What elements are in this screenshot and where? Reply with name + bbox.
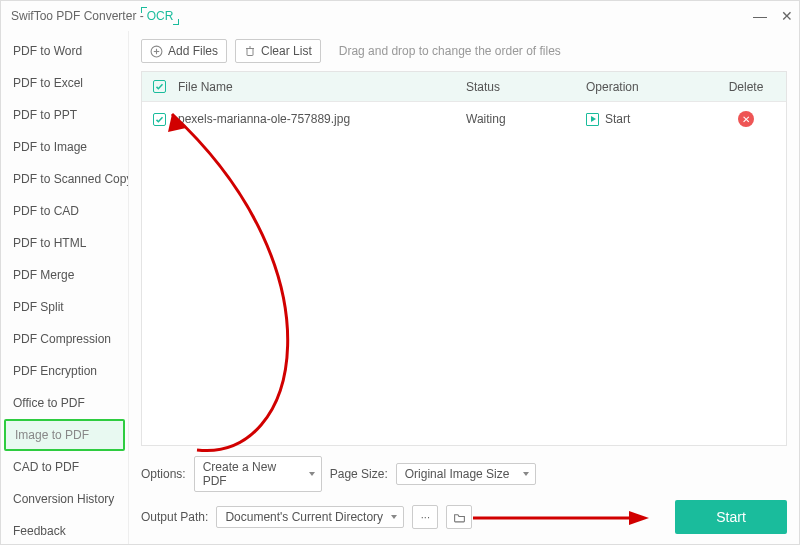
open-folder-button[interactable] — [446, 505, 472, 529]
more-button[interactable]: ··· — [412, 505, 438, 529]
annotation-arrow-straight — [471, 508, 651, 528]
trash-icon — [244, 45, 256, 57]
sidebar-item-office-to-pdf[interactable]: Office to PDF — [1, 387, 128, 419]
file-checkbox[interactable] — [153, 113, 166, 126]
file-start-button[interactable]: Start — [586, 112, 706, 126]
main-panel: Add Files Clear List Drag and drop to ch… — [129, 31, 799, 544]
create-pdf-select[interactable]: Create a New PDF — [194, 456, 322, 492]
sidebar-item-pdf-merge[interactable]: PDF Merge — [1, 259, 128, 291]
file-status: Waiting — [466, 112, 586, 126]
sidebar-item-pdf-to-word[interactable]: PDF to Word — [1, 35, 128, 67]
drag-hint: Drag and drop to change the order of fil… — [339, 44, 561, 58]
file-list: File Name Status Operation Delete pexels… — [141, 71, 787, 446]
file-row[interactable]: pexels-marianna-ole-757889.jpgWaitingSta… — [142, 102, 786, 136]
sidebar-item-pdf-to-excel[interactable]: PDF to Excel — [1, 67, 128, 99]
sidebar-item-conversion-history[interactable]: Conversion History — [1, 483, 128, 515]
file-delete-button[interactable]: ✕ — [738, 111, 754, 127]
options-label: Options: — [141, 467, 186, 481]
sidebar: PDF to WordPDF to ExcelPDF to PPTPDF to … — [1, 31, 129, 544]
sidebar-item-feedback[interactable]: Feedback — [1, 515, 128, 544]
output-row: Output Path: Document's Current Director… — [141, 500, 787, 534]
window-controls: — ✕ — [753, 1, 793, 31]
start-button[interactable]: Start — [675, 500, 787, 534]
file-op-label: Start — [605, 112, 630, 126]
sidebar-item-cad-to-pdf[interactable]: CAD to PDF — [1, 451, 128, 483]
plus-circle-icon — [150, 45, 163, 58]
body: PDF to WordPDF to ExcelPDF to PPTPDF to … — [1, 31, 799, 544]
column-delete: Delete — [706, 80, 786, 94]
sidebar-item-pdf-encryption[interactable]: PDF Encryption — [1, 355, 128, 387]
minimize-button[interactable]: — — [753, 8, 767, 24]
app-title: SwifToo PDF Converter - — [11, 9, 144, 23]
sidebar-item-pdf-to-ppt[interactable]: PDF to PPT — [1, 99, 128, 131]
svg-rect-3 — [247, 49, 253, 56]
clear-list-label: Clear List — [261, 44, 312, 58]
ocr-badge: OCR — [144, 9, 177, 23]
app-window: SwifToo PDF Converter - OCR — ✕ PDF to W… — [0, 0, 800, 545]
titlebar: SwifToo PDF Converter - OCR — ✕ — [1, 1, 799, 31]
column-filename: File Name — [176, 80, 466, 94]
column-operation: Operation — [586, 80, 706, 94]
file-name: pexels-marianna-ole-757889.jpg — [176, 112, 466, 126]
clear-list-button[interactable]: Clear List — [235, 39, 321, 63]
toolbar: Add Files Clear List Drag and drop to ch… — [141, 39, 787, 63]
add-files-label: Add Files — [168, 44, 218, 58]
pagesize-select[interactable]: Original Image Size — [396, 463, 536, 485]
close-button[interactable]: ✕ — [781, 8, 793, 24]
output-path-label: Output Path: — [141, 510, 208, 524]
sidebar-item-pdf-to-image[interactable]: PDF to Image — [1, 131, 128, 163]
sidebar-item-pdf-to-cad[interactable]: PDF to CAD — [1, 195, 128, 227]
output-path-select[interactable]: Document's Current Directory — [216, 506, 404, 528]
play-icon — [586, 113, 599, 126]
sidebar-item-pdf-to-html[interactable]: PDF to HTML — [1, 227, 128, 259]
sidebar-item-pdf-compression[interactable]: PDF Compression — [1, 323, 128, 355]
sidebar-item-pdf-to-scanned-copy[interactable]: PDF to Scanned Copy — [1, 163, 128, 195]
column-status: Status — [466, 80, 586, 94]
svg-marker-8 — [629, 511, 649, 525]
sidebar-item-image-to-pdf[interactable]: Image to PDF — [4, 419, 125, 451]
pagesize-label: Page Size: — [330, 467, 388, 481]
options-row: Options: Create a New PDF Page Size: Ori… — [141, 456, 787, 492]
add-files-button[interactable]: Add Files — [141, 39, 227, 63]
sidebar-item-pdf-split[interactable]: PDF Split — [1, 291, 128, 323]
select-all-checkbox[interactable] — [153, 80, 166, 93]
file-list-header: File Name Status Operation Delete — [142, 72, 786, 102]
folder-icon — [453, 512, 466, 523]
